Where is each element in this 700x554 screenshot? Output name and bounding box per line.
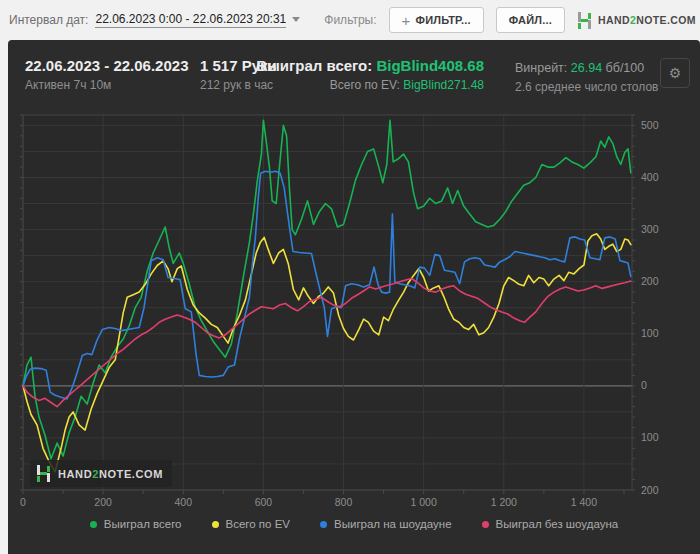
brand-text: HAND2NOTE.COM	[598, 14, 696, 26]
svg-text:200: 200	[641, 275, 659, 287]
legend-dot-non-showdown	[482, 521, 489, 528]
svg-text:600: 600	[255, 496, 273, 508]
svg-text:1 000: 1 000	[411, 496, 437, 508]
svg-text:100: 100	[641, 431, 659, 443]
chart-legend: Выиграл всего Всего по EV Выиграл на шоу…	[8, 513, 700, 535]
legend-dot-showdown	[320, 521, 327, 528]
svg-text:400: 400	[641, 171, 659, 183]
hand2note-brand: HAND2NOTE.COM	[577, 0, 696, 40]
legend-item-non-showdown[interactable]: Выиграл без шоудауна	[482, 518, 619, 530]
filters-label: Фильтры:	[324, 13, 376, 27]
add-filter-button[interactable]: + ФИЛЬТР...	[389, 7, 484, 33]
chevron-down-icon[interactable]	[292, 17, 300, 22]
session-report-panel: 22.06.2023 - 22.06.2023 Активен 7ч 10м 1…	[8, 40, 700, 554]
file-filter-button[interactable]: ФАЙЛ...	[496, 7, 565, 33]
legend-item-showdown[interactable]: Выиграл на шоудауне	[320, 518, 452, 530]
legend-dot-won-total	[90, 521, 97, 528]
svg-text:200: 200	[641, 484, 659, 496]
svg-text:800: 800	[335, 496, 353, 508]
legend-dot-ev	[212, 521, 219, 528]
legend-item-won-total[interactable]: Выиграл всего	[90, 518, 182, 530]
svg-text:300: 300	[641, 223, 659, 235]
svg-text:500: 500	[641, 119, 659, 131]
chart-watermark: HAND2NOTE.COM	[30, 460, 172, 487]
svg-text:1 200: 1 200	[491, 496, 517, 508]
hand2note-watermark-icon	[36, 465, 51, 482]
file-filter-button-label: ФАЙЛ...	[509, 14, 552, 26]
add-filter-button-label: ФИЛЬТР...	[416, 14, 471, 26]
svg-text:1 400: 1 400	[571, 496, 597, 508]
watermark-text: HAND2NOTE.COM	[58, 468, 163, 480]
svg-text:400: 400	[174, 496, 192, 508]
svg-text:100: 100	[641, 327, 659, 339]
interval-label: Интервал дат:	[9, 13, 88, 27]
hand2note-logo-icon	[577, 12, 592, 29]
plus-icon: +	[402, 13, 411, 28]
interval-date-dropdown[interactable]: 22.06.2023 0:00 - 22.06.2023 20:31	[95, 12, 286, 28]
svg-text:0: 0	[641, 379, 647, 391]
svg-text:0: 0	[20, 496, 26, 508]
legend-item-ev[interactable]: Всего по EV	[212, 518, 291, 530]
top-toolbar: Интервал дат: 22.06.2023 0:00 - 22.06.20…	[0, 0, 700, 40]
svg-text:200: 200	[94, 496, 112, 508]
